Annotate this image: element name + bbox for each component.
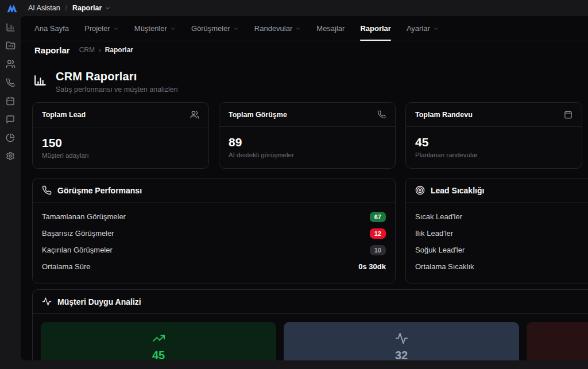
panel-title: Müşteri Duygu Analizi [57,297,141,306]
tab-mesajlar[interactable]: Mesajlar [316,16,345,41]
stat-subtitle: AI destekli görüşmeler [229,152,386,158]
breadcrumb-current: Raporlar [105,46,133,54]
average-duration-value: 0s 30dk [358,262,386,271]
sentiment-card-positive: 45 Pozitif [41,322,276,360]
chevron-down-icon [295,26,301,32]
row-kacirilan-gorusmeler: Kaçırılan Görüşmeler 10 [42,242,386,258]
stat-label: Toplam Görüşme [229,111,287,119]
sentiment-card-neutral: 32 Nötr [284,322,519,360]
sidebar [0,16,21,369]
section-title: Raporlar [34,45,70,55]
stat-label: Toplam Lead [42,111,86,119]
phone-icon[interactable] [5,77,16,87]
stat-value: 45 [415,135,572,149]
workspace-switcher[interactable]: Raporlar [72,4,111,12]
row-basarisiz-gorusmeler: Başarısız Görüşmeler 12 [42,225,386,242]
stat-card-toplam-randevu: Toplam Randevu 45 Planlanan randevular [405,102,582,169]
breadcrumb-chevron: › [99,46,101,53]
page-subtitle: Satış performansı ve müşteri analizleri [56,86,178,94]
breadcrumb: Raporlar CRM › Raporlar [21,41,588,59]
folder-kanban-icon[interactable] [5,41,16,51]
status-badge: 12 [370,228,386,239]
calendar-icon[interactable] [5,96,16,106]
phone-icon [42,185,52,195]
activity-icon [395,332,408,345]
call-performance-panel: Görüşme Performansı Tamamlanan Görüşmele… [32,178,396,283]
breadcrumb-crm-link[interactable]: CRM [79,46,95,54]
chevron-down-icon [233,26,239,32]
sentiment-value: 32 [395,349,408,360]
message-square-icon[interactable] [5,114,16,124]
tab-musteriler[interactable]: Müşteriler [134,16,176,41]
tab-gorusmeler[interactable]: Görüşmeler [191,16,239,41]
settings-gear-icon[interactable] [5,151,16,161]
panel-title: Lead Sıcaklığı [431,186,484,195]
row-soguk-leadler: Soğuk Lead'ler [415,242,588,258]
stat-card-toplam-lead: Toplam Lead 150 Müşteri adayları [32,102,209,169]
stats-row: Toplam Lead 150 Müşteri adayları Toplam … [32,102,582,169]
panel-title: Görüşme Performansı [57,186,142,195]
topbar: AI Asistan / Raporlar [0,0,588,16]
stat-subtitle: Planlanan randevular [415,152,572,158]
app-name: AI Asistan [28,4,60,12]
sentiment-panel: Müşteri Duygu Analizi 45 Pozitif 32 Nötr [32,289,588,360]
nav-tabs: Ana Sayfa Projeler Müşteriler Görüşmeler… [21,16,588,41]
breadcrumb-separator: / [65,4,67,12]
workspace-current: Raporlar [72,4,102,12]
chevron-down-icon [433,26,439,32]
status-badge: 67 [370,212,386,222]
stat-card-toplam-gorusme: Toplam Görüşme 89 AI destekli görüşmeler [219,102,396,169]
trending-up-icon [152,332,165,345]
main-panel: Ana Sayfa Projeler Müşteriler Görüşmeler… [21,16,588,360]
row-ilik-leadler: Ilık Lead'ler [415,225,588,242]
stat-value: 150 [42,136,199,150]
row-tamamlanan-gorusmeler: Tamamlanan Görüşmeler 67 [42,208,386,225]
pie-chart-icon[interactable] [5,133,16,142]
page-header: CRM Raporları Satış performansı ve müşte… [21,59,588,94]
tab-ayarlar[interactable]: Ayarlar [407,16,439,41]
users-icon [190,110,199,119]
tab-ana-sayfa[interactable]: Ana Sayfa [34,16,69,41]
mid-row: Görüşme Performansı Tamamlanan Görüşmele… [32,178,588,283]
status-badge: 10 [370,245,386,255]
page-title: CRM Raporları [56,70,178,83]
phone-icon [377,110,386,119]
sentiment-card-negative [527,322,588,360]
chevron-down-icon [113,26,119,32]
users-icon[interactable] [5,59,16,69]
sentiment-value: 45 [152,349,165,360]
chart-column-icon[interactable] [5,22,16,32]
row-sicak-leadler: Sıcak Lead'ler [415,208,588,225]
row-ortalama-sicaklik: Ortalama Sıcaklık [415,258,588,275]
calendar-icon [564,110,572,119]
tab-raporlar[interactable]: Raporlar [360,16,390,41]
stat-value: 89 [229,135,386,149]
tab-projeler[interactable]: Projeler [84,16,119,41]
target-icon [415,185,425,195]
row-ortalama-sure: Ortalama Süre 0s 30dk [42,258,386,275]
chart-column-icon [33,73,48,87]
chevron-down-icon [170,26,176,32]
activity-icon [42,297,52,306]
stat-label: Toplam Randevu [415,111,473,119]
chevron-down-icon [105,5,111,11]
tab-randevular[interactable]: Randevular [254,16,301,41]
app-logo-icon[interactable] [6,3,18,13]
lead-temperature-panel: Lead Sıcaklığı Sıcak Lead'ler Ilık Lead'… [405,178,588,283]
stat-subtitle: Müşteri adayları [42,152,199,159]
